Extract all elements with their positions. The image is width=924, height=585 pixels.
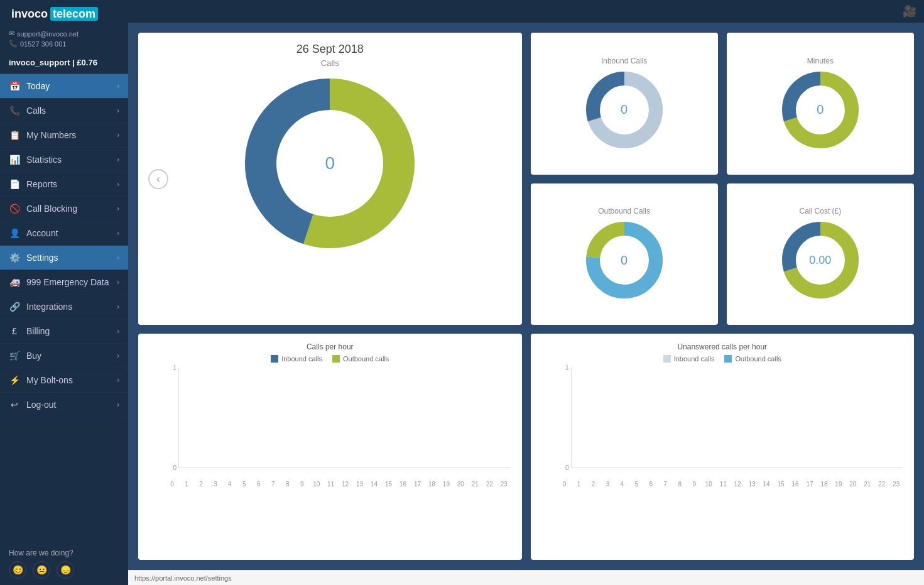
nav-label-call-blocking: Call Blocking [26,204,77,214]
feedback-label: How are we doing? [9,549,119,557]
nav-left-999-emergency: 🚑 999 Emergency Data [9,277,109,287]
legend-unanswered-outbound: Outbound calls [724,355,781,363]
sidebar-item-today[interactable]: 📅 Today › [0,74,128,99]
calls-legend: Inbound calls Outbound calls [149,355,511,363]
logo-highlight: telecom [50,7,98,21]
x-label-6: 6 [253,481,265,488]
legend-unanswered-outbound-label: Outbound calls [735,355,781,363]
sidebar-item-reports[interactable]: 📄 Reports › [0,172,128,197]
x-label-2: 2 [195,481,207,488]
chart-y-max: 1 [173,364,177,371]
nav-arrow-call-blocking: › [117,204,119,213]
stat-cost-title: Call Cost (£) [800,207,842,216]
nav-label-billing: Billing [26,326,50,336]
legend-outbound-label: Outbound calls [343,355,389,363]
unanswered-x-labels: 0 1 2 3 4 5 6 7 8 9 10 11 12 13 14 15 16 [558,481,903,488]
nav-arrow-my-numbers: › [117,131,119,139]
x-label-8: 8 [281,481,294,488]
x-label-10: 10 [310,481,323,488]
legend-outbound: Outbound calls [332,355,389,363]
x-label-0: 0 [166,481,178,488]
sidebar-item-call-blocking[interactable]: 🚫 Call Blocking › [0,197,128,221]
nav-icon-statistics: 📊 [9,155,20,165]
x-label-23: 23 [497,481,510,488]
sidebar: invocotelecom ✉ support@invoco.net 📞 015… [0,0,128,585]
nav-icon-log-out: ↩ [9,400,20,410]
nav-label-settings: Settings [26,253,58,263]
unanswered-legend: Inbound calls Outbound calls [542,355,903,363]
feedback-section: How are we doing? 😊 😐 😞 [0,542,128,585]
nav-label-log-out: Log-out [26,400,56,410]
nav-arrow-settings: › [117,253,119,262]
x-label-16: 16 [397,481,410,488]
stat-card-minutes: Minutes 0 [727,33,914,175]
unanswered-y-max: 1 [565,364,569,371]
unanswered-y-min: 0 [565,464,569,471]
nav-label-reports: Reports [26,179,57,189]
video-icon[interactable]: 🎥 [903,4,916,18]
legend-inbound-label: Inbound calls [281,355,322,363]
nav-left-statistics: 📊 Statistics [9,155,62,165]
inbound-value: 0 [621,102,628,117]
main-donut-card: ‹ 26 Sept 2018 Calls 0 [138,33,522,325]
legend-unanswered-inbound-dot [663,355,671,363]
x-label-5: 5 [238,481,251,488]
back-button[interactable]: ‹ [148,169,168,189]
sidebar-item-settings[interactable]: ⚙️ Settings › [0,246,128,270]
nav-arrow-account: › [117,229,119,238]
email-icon: ✉ [9,30,14,38]
feedback-icons: 😊 😐 😞 [9,561,119,579]
nav-icon-buy: 🛒 [9,351,20,361]
sidebar-item-my-numbers[interactable]: 📋 My Numbers › [0,123,128,148]
legend-inbound: Inbound calls [271,355,322,363]
x-label-3: 3 [209,481,222,488]
legend-unanswered-inbound: Inbound calls [663,355,715,363]
legend-unanswered-outbound-dot [724,355,732,363]
x-label-7: 7 [267,481,280,488]
unanswered-per-hour-card: Unanswered calls per hour Inbound calls … [531,334,915,560]
nav-label-my-bolt-ons: My Bolt-ons [26,375,73,385]
feedback-happy[interactable]: 😊 [9,561,26,579]
sidebar-item-billing[interactable]: £ Billing › [0,319,128,344]
nav-left-account: 👤 Account [9,228,58,238]
stat-card-inbound: Inbound Calls 0 [531,33,718,175]
nav-arrow-billing: › [117,327,119,336]
logo-area: invocotelecom [0,0,128,26]
sidebar-item-integrations[interactable]: 🔗 Integrations › [0,295,128,319]
unanswered-title: Unanswered calls per hour [542,342,903,351]
minutes-donut: 0 [780,69,861,151]
nav-icon-today: 📅 [9,81,20,91]
nav-icon-account: 👤 [9,228,20,238]
sidebar-item-buy[interactable]: 🛒 Buy › [0,344,128,368]
nav-items: 📅 Today › 📞 Calls › 📋 My Numbers › 📊 Sta… [0,74,128,417]
nav-icon-billing: £ [9,326,20,336]
x-label-13: 13 [354,481,366,488]
x-label-18: 18 [425,481,438,488]
sidebar-item-statistics[interactable]: 📊 Statistics › [0,148,128,172]
sidebar-item-my-bolt-ons[interactable]: ⚡ My Bolt-ons › [0,368,128,393]
sidebar-item-999-emergency[interactable]: 🚑 999 Emergency Data › [0,270,128,295]
calls-per-hour-title: Calls per hour [149,342,511,351]
nav-left-log-out: ↩ Log-out [9,400,56,410]
sidebar-item-account[interactable]: 👤 Account › [0,221,128,246]
nav-label-account: Account [26,228,58,238]
feedback-neutral[interactable]: 😐 [33,561,50,579]
sidebar-item-calls[interactable]: 📞 Calls › [0,99,128,123]
sidebar-item-log-out[interactable]: ↩ Log-out › [0,393,128,417]
x-label-4: 4 [224,481,236,488]
x-label-22: 22 [483,481,496,488]
calls-per-hour-card: Calls per hour Inbound calls Outbound ca… [138,334,522,560]
legend-unanswered-inbound-label: Inbound calls [674,355,715,363]
x-label-11: 11 [325,481,337,488]
nav-label-integrations: Integrations [26,302,72,312]
nav-left-my-numbers: 📋 My Numbers [9,130,76,140]
nav-arrow-calls: › [117,106,119,115]
stat-cards-grid: Inbound Calls 0 Minutes [531,33,915,325]
x-label-9: 9 [296,481,308,488]
x-label-19: 19 [440,481,452,488]
calls-subtitle: Calls [321,58,339,68]
main-donut: 0 [242,75,418,251]
nav-arrow-log-out: › [117,400,119,409]
feedback-sad[interactable]: 😞 [57,561,74,579]
nav-label-999-emergency: 999 Emergency Data [26,277,109,287]
